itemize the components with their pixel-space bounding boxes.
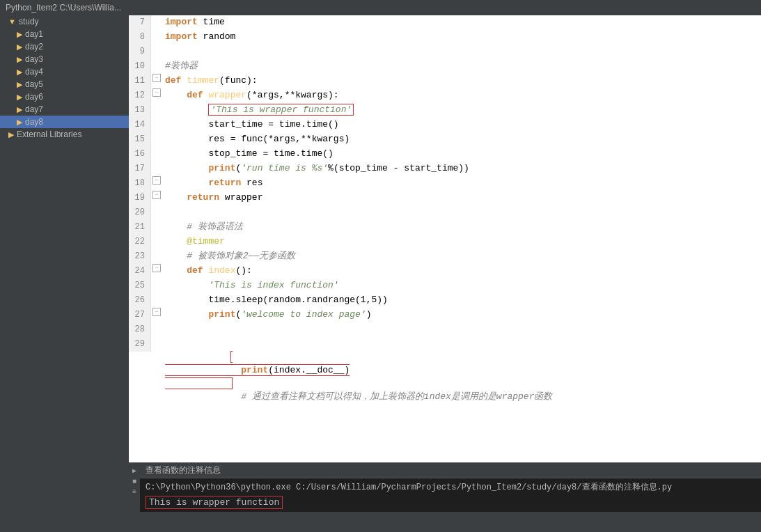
code-line: time.sleep(random.randrange(1,5)): [162, 293, 761, 306]
sidebar-item-day8[interactable]: ▶ day8: [0, 116, 129, 128]
code-line: # 装饰器语法: [162, 220, 761, 233]
bottom-panel-content: C:\Python\Python36\python.exe C:/Users/W…: [140, 478, 761, 512]
left-control-panel: ▶ ■ ≡: [129, 463, 140, 512]
table-row: 14 start_time = time.time(): [129, 118, 761, 132]
stop-icon[interactable]: ■: [132, 477, 137, 486]
code-editor[interactable]: 7 import time 8 import random 9: [129, 15, 761, 462]
fold-button[interactable]: −: [152, 264, 161, 272]
line-number: 29: [129, 337, 151, 352]
line-number: 28: [129, 322, 151, 337]
fold-button[interactable]: −: [152, 176, 161, 185]
sidebar-item-day2[interactable]: ▶ day2: [0, 40, 129, 53]
line-number: 20: [129, 205, 151, 220]
table-row: 29 print(index.__doc__) # 通过查看注释文档可以得知，加…: [129, 337, 761, 416]
code-line: stop_time = time.time(): [162, 147, 761, 160]
code-line: print(index.__doc__) # 通过查看注释文档可以得知，加上装饰…: [162, 337, 761, 416]
sidebar-label-day2: day2: [25, 42, 43, 52]
table-row: 20: [129, 205, 761, 220]
fold-area[interactable]: −: [151, 176, 162, 185]
code-line: print('run time is %s'%(stop_time - star…: [162, 162, 761, 175]
code-line: # 被装饰对象2——无参函数: [162, 249, 761, 263]
title-text: Python_Item2 C:\Users\Willia...: [6, 3, 121, 13]
line-number: 12: [129, 88, 151, 103]
sidebar-item-day6[interactable]: ▶ day6: [0, 91, 129, 103]
code-line: res = func(*args,**kwargs): [162, 132, 761, 146]
fold-area[interactable]: −: [151, 74, 162, 82]
line-number: 21: [129, 220, 151, 235]
fold-area[interactable]: −: [151, 88, 162, 97]
line-number: 14: [129, 118, 151, 132]
code-line: start_time = time.time(): [162, 118, 761, 131]
scroll-icon[interactable]: ≡: [132, 487, 137, 496]
output-text: This is wrapper function: [146, 496, 283, 509]
table-row: 25 'This is index function': [129, 279, 761, 293]
table-row: 19 − return wrapper: [129, 191, 761, 205]
code-line: return res: [162, 176, 761, 189]
title-bar: Python_Item2 C:\Users\Willia...: [0, 0, 761, 15]
code-line: def timmer(func):: [162, 74, 761, 87]
bottom-panel-title: 查看函数的注释信息: [146, 464, 221, 476]
code-line: #装饰器: [162, 59, 761, 72]
app-container: Python_Item2 C:\Users\Willia... ▼ study …: [0, 0, 761, 532]
run-icon[interactable]: ▶: [132, 466, 137, 476]
table-row: 26 time.sleep(random.randrange(1,5)): [129, 293, 761, 308]
line-number: 27: [129, 308, 151, 322]
code-line: print('welcome to index page'): [162, 308, 761, 321]
sidebar-item-study[interactable]: ▼ study: [0, 15, 129, 28]
fold-button[interactable]: −: [152, 88, 161, 97]
line-number: 11: [129, 74, 151, 88]
table-row: 11 − def timmer(func):: [129, 74, 761, 88]
table-row: 18 − return res: [129, 176, 761, 191]
sidebar-label-ext-libs: External Libraries: [17, 130, 81, 139]
main-area: ▼ study ▶ day1 ▶ day2 ▶ day3 ▶ day4 ▶ da…: [0, 15, 761, 532]
sidebar-label-day8: day8: [25, 117, 43, 127]
code-line: 'This is wrapper function': [162, 103, 761, 116]
folder-icon: ▶: [17, 68, 22, 77]
code-line: import random: [162, 30, 761, 43]
sidebar-item-day4[interactable]: ▶ day4: [0, 65, 129, 78]
sidebar-item-day7[interactable]: ▶ day7: [0, 103, 129, 116]
fold-area[interactable]: −: [151, 191, 162, 199]
line-number: 10: [129, 59, 151, 74]
line-number: 8: [129, 30, 151, 45]
table-row: 10 #装饰器: [129, 59, 761, 74]
line-number: 26: [129, 293, 151, 308]
highlighted-print: print(index.__doc__): [165, 351, 350, 389]
sidebar-label-day6: day6: [25, 92, 43, 102]
folder-icon: ▶: [17, 80, 22, 89]
table-row: 21 # 装饰器语法: [129, 220, 761, 235]
sidebar-label-study: study: [19, 17, 39, 26]
folder-icon: ▶: [17, 93, 22, 102]
code-line: def wrapper(*args,**kwargs):: [162, 88, 761, 102]
fold-area[interactable]: −: [151, 264, 162, 272]
sidebar-label-day5: day5: [25, 79, 43, 89]
bottom-panel-header: 查看函数的注释信息: [140, 463, 761, 478]
code-line: return wrapper: [162, 191, 761, 204]
table-row: 15 res = func(*args,**kwargs): [129, 132, 761, 147]
folder-icon: ▶: [17, 55, 22, 64]
table-row: 23 # 被装饰对象2——无参函数: [129, 249, 761, 264]
table-row: 7 import time: [129, 15, 761, 30]
sidebar-item-external-libraries[interactable]: ▶ External Libraries: [0, 128, 129, 141]
sidebar-item-day5[interactable]: ▶ day5: [0, 78, 129, 91]
sidebar-item-day3[interactable]: ▶ day3: [0, 53, 129, 65]
output-area: This is wrapper function: [146, 496, 755, 509]
sidebar-item-day1[interactable]: ▶ day1: [0, 28, 129, 40]
fold-button[interactable]: −: [152, 191, 161, 199]
table-row: 22 @timmer: [129, 235, 761, 249]
sidebar-label-day4: day4: [25, 67, 43, 77]
line-number: 19: [129, 191, 151, 205]
fold-button[interactable]: −: [152, 308, 161, 316]
code-line: def index():: [162, 264, 761, 277]
fold-area[interactable]: −: [151, 308, 162, 316]
folder-icon: ▼: [8, 17, 16, 26]
line-number: 23: [129, 249, 151, 264]
line-number: 17: [129, 162, 151, 176]
sidebar-label-day3: day3: [25, 54, 43, 64]
line-number: 7: [129, 15, 151, 30]
line-number: 24: [129, 264, 151, 279]
fold-button[interactable]: −: [152, 74, 161, 82]
table-row: 12 − def wrapper(*args,**kwargs):: [129, 88, 761, 103]
table-row: 27 − print('welcome to index page'): [129, 308, 761, 322]
code-line: 'This is index function': [162, 279, 761, 292]
